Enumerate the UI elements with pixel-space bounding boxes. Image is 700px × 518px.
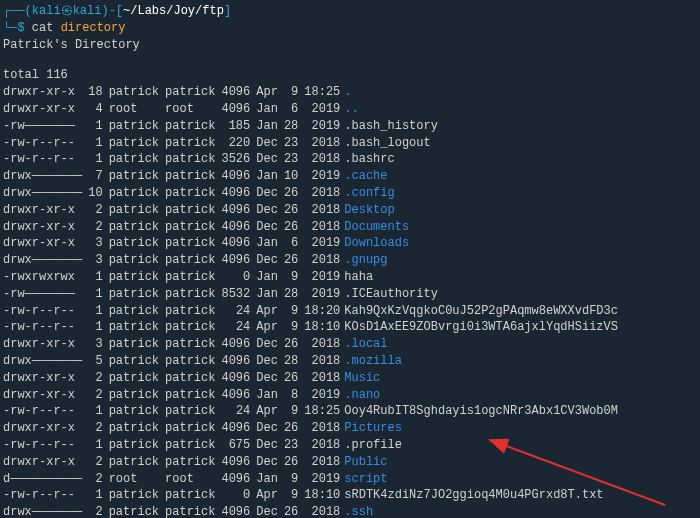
listing-row: drwxr-xr-x3patrickpatrick4096Jan62019Dow… [3,235,624,252]
col-group: patrick [165,269,221,286]
col-size: 4096 [221,420,256,437]
col-size: 4096 [221,387,256,404]
col-links: 1 [88,269,108,286]
col-time: 18:20 [304,303,344,320]
col-size: 4096 [221,168,256,185]
col-month: Apr [256,403,284,420]
col-size: 4096 [221,471,256,488]
col-time: 2018 [304,185,344,202]
col-time: 18:25 [304,84,344,101]
col-group: patrick [165,403,221,420]
col-group: patrick [165,168,221,185]
col-permissions: drwx——————— [3,504,88,518]
col-month: Jan [256,269,284,286]
col-links: 4 [88,101,108,118]
col-permissions: drwx——————— [3,252,88,269]
col-size: 24 [221,319,256,336]
col-size: 0 [221,487,256,504]
file-header: Patrick's Directory [3,37,697,54]
col-owner: patrick [109,151,165,168]
col-filename: Ooy4RubIT8Sghdayis1ogcNRr3Abx1CV3Wob0M [344,403,624,420]
col-owner: patrick [109,303,165,320]
col-time: 2019 [304,168,344,185]
col-size: 4096 [221,370,256,387]
col-filename: .nano [344,387,624,404]
col-owner: patrick [109,252,165,269]
listing-row: drwx———————10patrickpatrick4096Dec262018… [3,185,624,202]
col-filename: KOsD1AxEE9ZOBvrgi0i3WTA6ajxlYqdHSiizVS [344,319,624,336]
col-filename: .ICEauthority [344,286,624,303]
col-permissions: drwx——————— [3,353,88,370]
col-owner: patrick [109,118,165,135]
col-time: 2019 [304,101,344,118]
listing-row: drwxr-xr-x2patrickpatrick4096Dec262018Pu… [3,454,624,471]
col-time: 2019 [304,118,344,135]
col-owner: patrick [109,168,165,185]
col-links: 3 [88,235,108,252]
col-links: 3 [88,252,108,269]
col-time: 2018 [304,370,344,387]
col-permissions: -rwxrwxrwx [3,269,88,286]
col-permissions: drwxr-xr-x [3,387,88,404]
prompt-user: kali [32,4,61,18]
col-owner: patrick [109,370,165,387]
col-day: 9 [284,269,304,286]
prompt-path: ~/Labs/Joy/ftp [123,4,224,18]
col-filename: haha [344,269,624,286]
col-month: Dec [256,151,284,168]
col-links: 1 [88,487,108,504]
col-links: 1 [88,319,108,336]
col-time: 2018 [304,353,344,370]
listing-row: drwxr-xr-x2patrickpatrick4096Dec262018Pi… [3,420,624,437]
col-time: 2018 [304,135,344,152]
col-time: 2019 [304,387,344,404]
col-day: 9 [284,471,304,488]
col-time: 2018 [304,219,344,236]
prompt-line-2[interactable]: └─$ cat directory [3,20,697,37]
col-day: 9 [284,403,304,420]
col-size: 4096 [221,235,256,252]
prompt-dash-close: ] [224,4,231,18]
col-time: 18:10 [304,319,344,336]
col-links: 2 [88,504,108,518]
col-group: patrick [165,454,221,471]
prompt-at: ㉿ [61,4,73,18]
col-owner: patrick [109,185,165,202]
col-size: 8532 [221,286,256,303]
col-size: 3526 [221,151,256,168]
listing-row: drwxr-xr-x2patrickpatrick4096Dec262018Mu… [3,370,624,387]
col-month: Dec [256,454,284,471]
col-group: root [165,101,221,118]
col-month: Dec [256,336,284,353]
col-permissions: drwxr-xr-x [3,235,88,252]
col-day: 26 [284,370,304,387]
col-owner: patrick [109,219,165,236]
col-day: 26 [284,504,304,518]
listing-row: drwx———————7patrickpatrick4096Jan102019.… [3,168,624,185]
col-permissions: -rw——————— [3,118,88,135]
col-day: 9 [284,303,304,320]
col-filename: script [344,471,624,488]
col-time: 2018 [304,454,344,471]
col-size: 220 [221,135,256,152]
col-group: patrick [165,303,221,320]
col-time: 2018 [304,336,344,353]
col-group: patrick [165,219,221,236]
col-size: 4096 [221,101,256,118]
col-day: 23 [284,135,304,152]
col-filename: Kah9QxKzVqgkoC0uJ52P2gPAqmw8eWXXvdFD3c [344,303,624,320]
listing-row: drwxr-xr-x2patrickpatrick4096Dec262018De… [3,202,624,219]
col-owner: patrick [109,286,165,303]
col-permissions: -rw-r--r-- [3,303,88,320]
col-day: 26 [284,420,304,437]
col-filename: .local [344,336,624,353]
col-links: 1 [88,118,108,135]
command-arg: directory [61,21,126,35]
col-time: 2018 [304,437,344,454]
col-month: Dec [256,185,284,202]
col-group: patrick [165,135,221,152]
listing-row: d——————————2rootroot4096Jan92019script [3,471,624,488]
col-day: 28 [284,353,304,370]
col-size: 24 [221,303,256,320]
col-day: 26 [284,336,304,353]
